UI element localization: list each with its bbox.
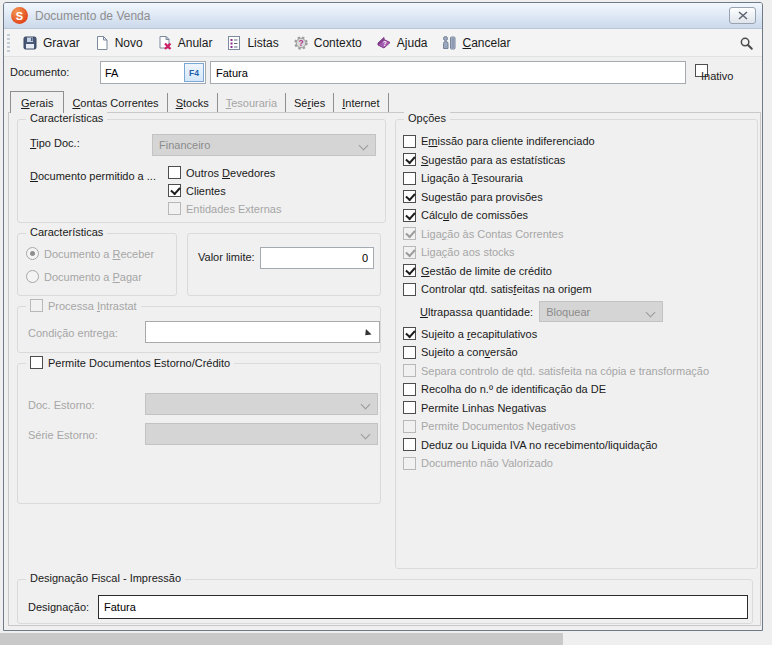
context-button[interactable]: ? Contexto	[286, 33, 369, 53]
document-row: Documento: F4 Inativo	[4, 60, 762, 86]
tab-tesouraria: Tesouraria	[218, 93, 286, 112]
checkbox[interactable]	[403, 135, 416, 148]
checkbox	[403, 246, 416, 259]
option-label: Controlar qtd. satisfeitas na origem	[421, 283, 592, 295]
tab-internet[interactable]: Internet	[334, 93, 388, 112]
option-checkbox-row[interactable]: Deduz ou Liquida IVA no recebimento/liqu…	[403, 436, 753, 455]
tab-gerais[interactable]: Gerais	[10, 91, 64, 113]
valor-limite-label: Valor limite:	[198, 251, 255, 263]
checkbox	[403, 227, 416, 240]
option-checkbox-row[interactable]: Sugestão para as estatísticas	[403, 151, 753, 170]
svg-text:?: ?	[298, 38, 303, 48]
tab-contas-correntes[interactable]: Contas Correntes	[64, 93, 167, 112]
checkbox[interactable]	[403, 438, 416, 451]
option-label: Cálculo de comissões	[421, 209, 528, 221]
toolbar-button-label: Anular	[178, 36, 213, 50]
group-designacao-fiscal: Designação Fiscal - Impressão Designação…	[17, 579, 753, 624]
checkbox[interactable]	[403, 209, 416, 222]
group-title: Características	[26, 112, 107, 124]
tab-s-ries[interactable]: Séries	[286, 93, 334, 112]
option-checkbox-row: Separa controlo de qtd. satisfeita na có…	[403, 362, 753, 381]
radio	[26, 270, 39, 283]
group-estorno-credito: Permite Documentos Estorno/Crédito Doc. …	[17, 363, 381, 504]
checkbox[interactable]	[403, 327, 416, 340]
help-icon: ?	[376, 35, 392, 51]
search-icon	[739, 36, 754, 51]
checkbox	[403, 420, 416, 433]
group-opcoes: Opções Emissão para cliente indiferencia…	[395, 119, 758, 569]
radio-documento-a-receber: Documento a Receber	[26, 247, 154, 260]
search-button[interactable]	[737, 34, 755, 52]
checkbox[interactable]	[403, 283, 416, 296]
option-checkbox-row[interactable]: Sugestão para provisões	[403, 188, 753, 207]
group-caracteristicas-1: Características Tipo Doc.: Financeiro Do…	[17, 119, 386, 223]
checkbox-outros-devedores[interactable]: Outros Devedores	[168, 166, 275, 179]
checkbox[interactable]	[168, 166, 181, 179]
save-button[interactable]: Gravar	[15, 33, 87, 53]
condicao-entrega-dropdown[interactable]	[145, 321, 380, 343]
processa-intrastat-label: Processa Intrastat	[48, 300, 137, 312]
checkbox-clientes[interactable]: Clientes	[168, 184, 226, 197]
tipo-doc-label: Tipo Doc.:	[30, 137, 80, 149]
lists-icon	[226, 35, 242, 51]
lookup-f4-button[interactable]: F4	[184, 63, 204, 82]
option-checkbox-row[interactable]: Recolha do n.º de identificação da DE	[403, 380, 753, 399]
option-checkbox-row[interactable]: Sujeito a recapitulativos	[403, 325, 753, 344]
option-label: Sujeito a conversão	[421, 346, 518, 358]
checkbox[interactable]	[168, 184, 181, 197]
checkbox[interactable]	[403, 153, 416, 166]
option-combo-label: Ultrapassa quantidade:	[420, 306, 533, 318]
option-label: Emissão para cliente indiferenciado	[421, 135, 595, 147]
processa-intrastat-checkbox	[30, 299, 43, 312]
void-button[interactable]: Anular	[150, 33, 220, 53]
group-title: Características	[26, 226, 107, 238]
toolbar: Gravar Novo Anular Listas ? Contexto ? A…	[4, 29, 762, 57]
cancel-button[interactable]: Cancelar	[434, 33, 517, 53]
tab-label: Stocks	[176, 97, 209, 109]
designacao-input[interactable]	[98, 595, 748, 619]
save-icon	[22, 35, 38, 51]
radio-documento-a-pagar: Documento a Pagar	[26, 270, 142, 283]
checkbox[interactable]	[403, 190, 416, 203]
option-checkbox-row[interactable]: Emissão para cliente indiferenciado	[403, 132, 753, 151]
option-checkbox-row: Ligação às Contas Correntes	[403, 225, 753, 244]
checkbox[interactable]	[403, 172, 416, 185]
checkbox[interactable]	[403, 264, 416, 277]
inactive-label: Inativo	[701, 70, 733, 82]
option-checkbox-row[interactable]: Controlar qtd. satisfeitas na origem	[403, 280, 753, 299]
tipo-doc-dropdown: Financeiro	[152, 134, 376, 156]
option-checkbox-row[interactable]: Permite Linhas Negativas	[403, 399, 753, 418]
option-checkbox-row: Permite Documentos Negativos	[403, 417, 753, 436]
valor-limite-input[interactable]	[260, 247, 374, 269]
ultrapassa-quantidade-dropdown: Bloquear	[539, 301, 663, 322]
option-checkbox-row[interactable]: Gestão de limite de crédito	[403, 262, 753, 281]
checkbox[interactable]	[403, 346, 416, 359]
checkbox[interactable]	[403, 383, 416, 396]
tab-stocks[interactable]: Stocks	[168, 93, 218, 112]
option-checkbox-row[interactable]: Sujeito a conversão	[403, 343, 753, 362]
option-label: Recolha do n.º de identificação da DE	[421, 383, 606, 395]
tab-label: Tesouraria	[226, 97, 277, 109]
tab-label: Contas Correntes	[72, 97, 158, 109]
lists-button[interactable]: Listas	[219, 33, 285, 53]
estorno-credito-checkbox[interactable]	[30, 356, 43, 369]
option-label: Permite Documentos Negativos	[421, 420, 576, 432]
document-code-field: F4	[100, 61, 206, 84]
context-icon: ?	[293, 35, 309, 51]
document-name-input[interactable]	[210, 61, 686, 84]
document-code-input[interactable]	[101, 67, 184, 79]
group-title: Opções	[404, 112, 450, 124]
option-checkbox-row[interactable]: Cálculo de comissões	[403, 206, 753, 225]
checkbox[interactable]	[403, 401, 416, 414]
new-button[interactable]: Novo	[87, 33, 150, 53]
serie-estorno-label: Série Estorno:	[28, 429, 98, 441]
tab-label: Internet	[342, 97, 379, 109]
checkbox	[403, 364, 416, 377]
toolbar-grip-handle[interactable]	[7, 34, 10, 52]
help-button[interactable]: ? Ajuda	[369, 33, 435, 53]
option-checkbox-row: Documento não Valorizado	[403, 454, 753, 473]
option-label: Documento não Valorizado	[421, 457, 553, 469]
close-button[interactable]	[729, 7, 756, 24]
option-checkbox-row[interactable]: Ligação à Tesouraria	[403, 169, 753, 188]
option-label: Separa controlo de qtd. satisfeita na có…	[421, 365, 709, 377]
